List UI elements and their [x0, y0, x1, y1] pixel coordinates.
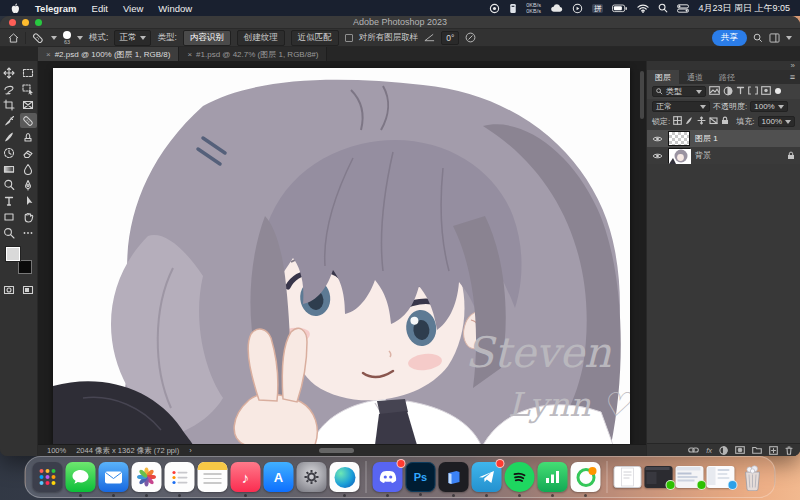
layer-thumbnail[interactable]	[668, 131, 690, 146]
eraser-tool[interactable]	[20, 145, 37, 160]
hand-tool[interactable]	[20, 209, 37, 224]
filter-shape-layers-icon[interactable]	[748, 86, 758, 97]
tab-channels[interactable]: 通道	[679, 70, 711, 84]
control-center-icon[interactable]	[677, 4, 689, 13]
layer-visibility-eye-icon[interactable]	[652, 135, 663, 143]
proxy-app-icon[interactable]	[509, 3, 517, 14]
gradient-tool[interactable]	[1, 161, 18, 176]
shape-tool[interactable]	[1, 209, 18, 224]
chevron-down-icon[interactable]	[786, 36, 792, 40]
quick-mask-button[interactable]	[1, 282, 18, 297]
menubar-item-edit[interactable]: Edit	[92, 3, 108, 14]
filter-smart-objects-icon[interactable]	[761, 86, 771, 97]
document-canvas-artwork[interactable]: Steven Lynn ♡	[53, 68, 630, 445]
menubar-item-window[interactable]: Window	[158, 3, 192, 14]
foreground-color-swatch[interactable]	[6, 247, 20, 261]
network-speed[interactable]: 0KB/s0KB/s	[526, 2, 541, 14]
close-tab-icon[interactable]: ×	[187, 50, 192, 59]
mode-dropdown[interactable]: 正常	[114, 30, 151, 46]
dock-photoshop[interactable]: Ps	[406, 462, 436, 492]
zoom-tool[interactable]	[1, 225, 18, 240]
battery-icon[interactable]	[612, 4, 628, 13]
lock-artboard-icon[interactable]	[709, 116, 718, 127]
new-layer-icon[interactable]	[769, 446, 778, 455]
marquee-tool[interactable]	[20, 65, 37, 80]
layer-effects-icon[interactable]: fx	[706, 446, 712, 455]
path-selection-tool[interactable]	[20, 193, 37, 208]
input-method-badge[interactable]: 拼	[592, 4, 604, 13]
menubar-clock[interactable]: 4月23日 周日 上午9:05	[698, 2, 790, 15]
new-group-folder-icon[interactable]	[752, 446, 762, 454]
collapse-panels-icon[interactable]: »	[791, 61, 795, 70]
search-icon[interactable]	[753, 33, 763, 43]
apple-menu-icon[interactable]	[10, 3, 20, 14]
delete-layer-trash-icon[interactable]	[785, 446, 793, 455]
canvas-area[interactable]: Steven Lynn ♡ 100% 2044 像素 x 1362 像素 (72…	[38, 61, 646, 456]
menubar-app-name[interactable]: Telegram	[35, 3, 77, 14]
horizontal-scrollbar[interactable]	[319, 448, 354, 453]
lock-pixels-icon[interactable]	[685, 116, 694, 127]
layer-thumbnail[interactable]	[668, 148, 690, 163]
spot-healing-brush-tool[interactable]	[20, 113, 37, 128]
dock-trash[interactable]	[738, 462, 768, 492]
lasso-tool[interactable]	[1, 81, 18, 96]
brush-tool[interactable]	[1, 129, 18, 144]
background-color-swatch[interactable]	[18, 260, 32, 274]
dock-launchpad[interactable]	[33, 462, 63, 492]
color-swatches[interactable]	[6, 247, 32, 274]
chevron-down-icon[interactable]	[51, 36, 57, 40]
more-tools[interactable]	[20, 225, 37, 240]
dock-mail[interactable]	[99, 462, 129, 492]
dock-minimized-window-light[interactable]	[676, 466, 704, 488]
spot-healing-tool-preset-icon[interactable]	[32, 32, 45, 44]
layer-visibility-eye-icon[interactable]	[652, 152, 663, 160]
home-icon[interactable]	[8, 33, 19, 43]
angle-input[interactable]: 0°	[441, 31, 459, 45]
wifi-icon[interactable]	[637, 4, 649, 13]
dodge-tool[interactable]	[1, 177, 18, 192]
eyedropper-tool[interactable]	[1, 113, 18, 128]
dock-music[interactable]: ♪	[231, 462, 261, 492]
adjustment-layer-icon[interactable]	[719, 446, 728, 455]
clone-stamp-tool[interactable]	[20, 129, 37, 144]
object-selection-tool[interactable]	[20, 81, 37, 96]
dock-minimized-window-chat[interactable]	[707, 466, 735, 488]
crop-tool[interactable]	[1, 97, 18, 112]
dock-stocks-app[interactable]	[538, 462, 568, 492]
blur-tool[interactable]	[20, 161, 37, 176]
opacity-dropdown[interactable]: 100%	[750, 101, 787, 112]
type-proximity-match-button[interactable]: 近似匹配	[291, 30, 339, 46]
vertical-scrollbar[interactable]	[640, 71, 644, 119]
spotlight-search-icon[interactable]	[658, 3, 668, 13]
window-titlebar[interactable]: Adobe Photoshop 2023	[0, 16, 800, 29]
layer-row-selected[interactable]: 图层 1	[647, 130, 800, 147]
play-status-icon[interactable]	[572, 3, 583, 14]
dock-discord[interactable]	[373, 462, 403, 492]
layer-row-background[interactable]: 背景	[647, 147, 800, 164]
vpn-status-icon[interactable]	[489, 3, 500, 14]
type-tool[interactable]	[1, 193, 18, 208]
dock-photos[interactable]	[132, 462, 162, 492]
filter-adjustment-layers-icon[interactable]	[723, 86, 733, 98]
blend-mode-dropdown[interactable]: 正常	[652, 101, 710, 112]
lock-position-icon[interactable]	[697, 116, 706, 127]
close-tab-icon[interactable]: ×	[46, 50, 51, 59]
layer-name[interactable]: 图层 1	[695, 133, 718, 144]
layer-name[interactable]: 背景	[695, 150, 711, 161]
layer-mask-icon[interactable]	[735, 446, 745, 454]
history-brush-tool[interactable]	[1, 145, 18, 160]
workspace-switcher-icon[interactable]	[769, 33, 780, 43]
lock-transparency-icon[interactable]	[673, 116, 682, 127]
filter-pin-icon[interactable]	[774, 87, 782, 97]
screen-mode-button[interactable]	[20, 282, 37, 297]
close-window-button[interactable]	[9, 19, 16, 26]
filter-type-layers-icon[interactable]	[736, 86, 745, 97]
tab-paths[interactable]: 路径	[711, 70, 743, 84]
sample-all-layers-checkbox[interactable]	[345, 34, 353, 42]
frame-tool[interactable]	[20, 97, 37, 112]
type-content-aware-button[interactable]: 内容识别	[183, 30, 231, 46]
pen-tool[interactable]	[20, 177, 37, 192]
dock-app-store[interactable]: A	[264, 462, 294, 492]
pen-pressure-icon[interactable]	[465, 32, 477, 43]
zoom-window-button[interactable]	[35, 19, 42, 26]
